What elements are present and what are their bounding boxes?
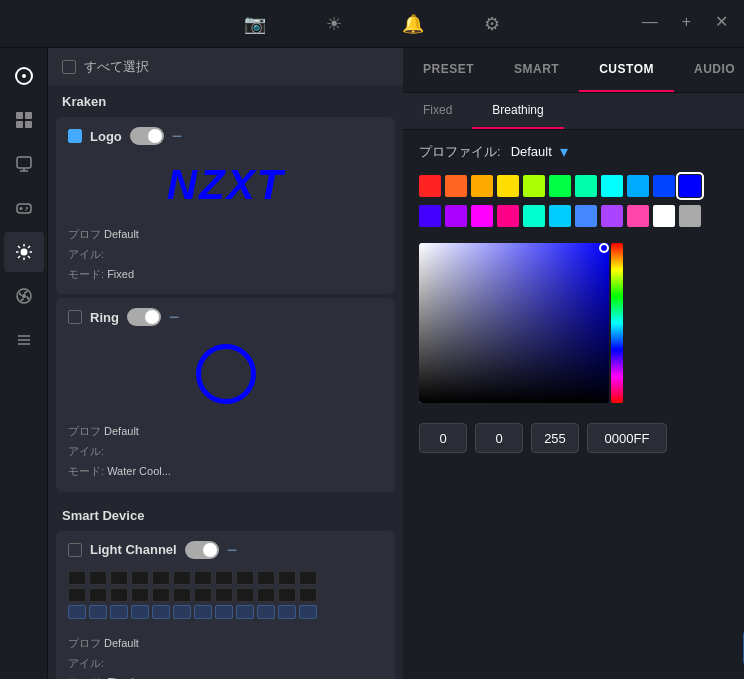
g-input[interactable] bbox=[475, 423, 523, 453]
swatch-rose[interactable] bbox=[627, 205, 649, 227]
svg-rect-4 bbox=[16, 121, 23, 128]
swatch-indigo[interactable] bbox=[419, 205, 441, 227]
tab-audio[interactable]: AUDIO bbox=[674, 48, 744, 92]
led-cell bbox=[110, 571, 128, 585]
led-cell bbox=[215, 588, 233, 602]
led-cell bbox=[278, 571, 296, 585]
sub-tab-breathing[interactable]: Breathing bbox=[472, 93, 563, 129]
swatch-pink[interactable] bbox=[497, 205, 519, 227]
channel-light-header: Light Channel − bbox=[68, 541, 383, 559]
select-all-label: すべて選択 bbox=[84, 58, 149, 76]
nav-devices[interactable] bbox=[4, 144, 44, 184]
r-input[interactable] bbox=[419, 423, 467, 453]
light-toggle-track bbox=[185, 541, 219, 559]
nav-logo[interactable] bbox=[4, 56, 44, 96]
minimize-button[interactable]: — bbox=[642, 13, 658, 31]
profile-row: プロファイル: Default ▾ bbox=[419, 142, 744, 161]
led-cell bbox=[173, 588, 191, 602]
brightness-icon[interactable]: ☀ bbox=[326, 13, 342, 35]
swatch-magenta[interactable] bbox=[471, 205, 493, 227]
notification-icon[interactable]: 🔔 bbox=[402, 13, 424, 35]
sidebar-nav bbox=[0, 48, 48, 679]
led-cell bbox=[215, 571, 233, 585]
led-cell bbox=[110, 605, 128, 619]
select-all-checkbox[interactable] bbox=[62, 60, 76, 74]
sub-tab-fixed[interactable]: Fixed bbox=[403, 93, 472, 129]
gradient-cursor bbox=[599, 243, 609, 253]
profile-select[interactable]: Default ▾ bbox=[511, 142, 568, 161]
channel-ring-header: Ring − bbox=[68, 308, 383, 326]
led-cell bbox=[257, 571, 275, 585]
channel-ring-left: Ring bbox=[68, 310, 119, 325]
device-group-smart: Smart Device Light Channel − bbox=[48, 500, 403, 679]
ring-profile-value: Default bbox=[104, 425, 139, 437]
b-input[interactable] bbox=[531, 423, 579, 453]
nav-lighting[interactable] bbox=[4, 232, 44, 272]
tab-preset[interactable]: PRESET bbox=[403, 48, 494, 92]
nav-tasks[interactable] bbox=[4, 320, 44, 360]
picker-row bbox=[419, 243, 744, 413]
svg-point-24 bbox=[22, 294, 26, 298]
light-checkbox[interactable] bbox=[68, 543, 82, 557]
swatch-pure-blue[interactable] bbox=[679, 175, 701, 197]
swatch-gray[interactable] bbox=[679, 205, 701, 227]
swatch-amber[interactable] bbox=[471, 175, 493, 197]
hex-input[interactable] bbox=[587, 423, 667, 453]
light-minus[interactable]: − bbox=[227, 541, 238, 559]
camera-icon[interactable]: 📷 bbox=[244, 13, 266, 35]
swatch-purple[interactable] bbox=[601, 205, 623, 227]
swatch-white[interactable] bbox=[653, 205, 675, 227]
gradient-picker[interactable] bbox=[419, 243, 609, 403]
settings-icon[interactable]: ⚙ bbox=[484, 13, 500, 35]
hue-strip[interactable] bbox=[611, 243, 623, 403]
right-panel: PRESET SMART CUSTOM AUDIO GAME Fixed Bre… bbox=[403, 48, 744, 679]
light-profile-value: Default bbox=[104, 637, 139, 649]
logo-minus[interactable]: − bbox=[172, 127, 183, 145]
close-button[interactable]: ✕ bbox=[715, 12, 728, 31]
led-cell bbox=[152, 605, 170, 619]
swatch-lightblue[interactable] bbox=[549, 205, 571, 227]
swatch-yellow[interactable] bbox=[497, 175, 519, 197]
light-toggle[interactable] bbox=[185, 541, 219, 559]
swatch-violet[interactable] bbox=[445, 205, 467, 227]
swatch-cyan[interactable] bbox=[601, 175, 623, 197]
led-cell bbox=[173, 605, 191, 619]
tab-smart[interactable]: SMART bbox=[494, 48, 579, 92]
nav-dashboard[interactable] bbox=[4, 100, 44, 140]
tab-custom[interactable]: CUSTOM bbox=[579, 48, 674, 92]
ring-checkbox[interactable] bbox=[68, 310, 82, 324]
swatch-blue[interactable] bbox=[653, 175, 675, 197]
swatch-green[interactable] bbox=[549, 175, 571, 197]
nzxt-logo-text: NZXT bbox=[167, 161, 285, 209]
logo-mode-value: Fixed bbox=[107, 268, 134, 280]
logo-toggle-track bbox=[130, 127, 164, 145]
swatch-mint[interactable] bbox=[523, 205, 545, 227]
light-toggle-thumb bbox=[203, 543, 217, 557]
led-cell bbox=[194, 588, 212, 602]
logo-toggle[interactable] bbox=[130, 127, 164, 145]
svg-rect-6 bbox=[17, 157, 31, 168]
ring-profile-info: プロフ Default アイル: モード: Water Cool... bbox=[68, 422, 383, 481]
select-all-row: すべて選択 bbox=[48, 48, 403, 86]
ring-minus[interactable]: − bbox=[169, 308, 180, 326]
logo-checkbox[interactable] bbox=[68, 129, 82, 143]
maximize-button[interactable]: + bbox=[682, 13, 691, 31]
led-cell bbox=[173, 571, 191, 585]
svg-line-22 bbox=[18, 256, 20, 258]
nav-gamepad[interactable] bbox=[4, 188, 44, 228]
led-cell bbox=[236, 571, 254, 585]
swatch-teal[interactable] bbox=[575, 175, 597, 197]
led-cell bbox=[152, 571, 170, 585]
swatch-red[interactable] bbox=[419, 175, 441, 197]
swatch-orange[interactable] bbox=[445, 175, 467, 197]
swatch-lime[interactable] bbox=[523, 175, 545, 197]
channel-logo: Logo − NZXT プロフ Default アイル: モード: Fixed bbox=[56, 117, 395, 294]
smart-device-title: Smart Device bbox=[48, 500, 403, 527]
led-cell bbox=[152, 588, 170, 602]
led-cell bbox=[299, 588, 317, 602]
ring-toggle[interactable] bbox=[127, 308, 161, 326]
swatch-skyblue[interactable] bbox=[627, 175, 649, 197]
nav-fan[interactable] bbox=[4, 276, 44, 316]
led-row-3 bbox=[68, 605, 383, 619]
swatch-cornflower[interactable] bbox=[575, 205, 597, 227]
